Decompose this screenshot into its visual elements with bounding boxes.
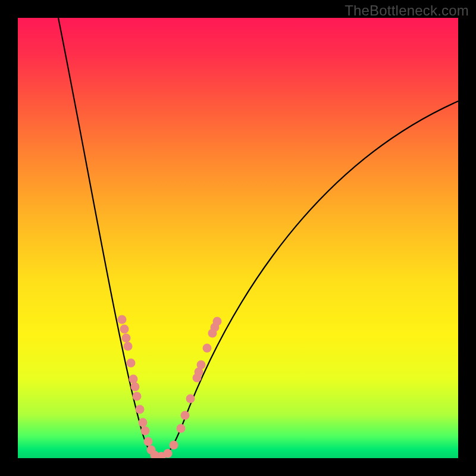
chart-svg (18, 18, 458, 458)
scatter-point (136, 405, 145, 414)
scatter-point (133, 392, 142, 401)
scatter-point (122, 334, 131, 343)
scatter-point (131, 383, 140, 392)
chart-frame: TheBottleneck.com (0, 0, 476, 476)
scatter-point (213, 317, 222, 326)
scatter-point (120, 325, 129, 334)
scatter-point (144, 437, 153, 446)
scatter-dots (118, 315, 222, 459)
scatter-point (118, 315, 127, 324)
bottleneck-curve (58, 18, 458, 457)
scatter-point (141, 427, 150, 436)
scatter-point (197, 361, 206, 369)
scatter-point (203, 344, 212, 353)
scatter-point (170, 441, 178, 450)
scatter-point (164, 449, 173, 458)
scatter-point (124, 342, 133, 351)
scatter-point (177, 424, 186, 433)
scatter-point (186, 394, 195, 403)
watermark-text: TheBottleneck.com (345, 2, 469, 19)
scatter-point (181, 411, 190, 420)
scatter-point (139, 418, 148, 427)
plot-area (18, 18, 458, 458)
scatter-point (127, 359, 136, 368)
scatter-point (129, 375, 138, 384)
